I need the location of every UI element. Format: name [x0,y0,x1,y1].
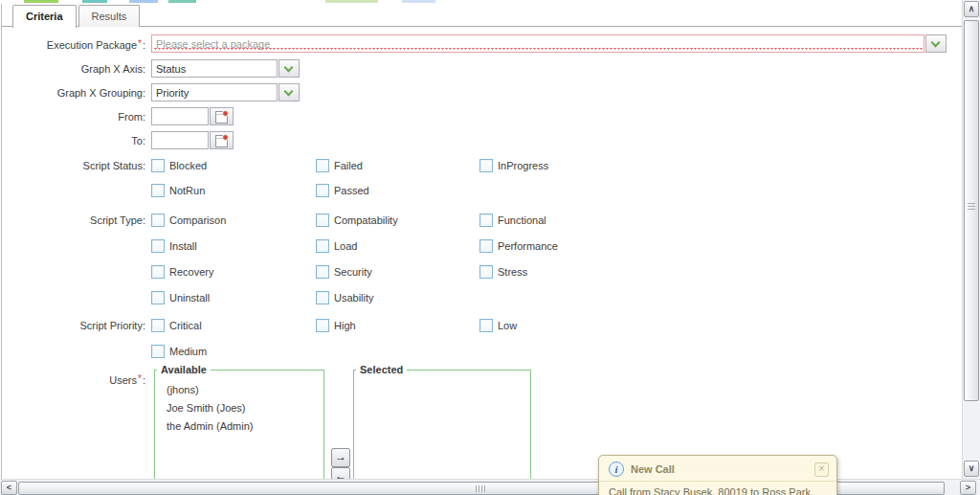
new-call-notification: i New Call × Call from Stacy Busek, 8001… [598,455,837,495]
checkbox-label: Uninstall [169,291,210,304]
checkbox-option-performance[interactable]: Performance [479,239,690,253]
scroll-left-button[interactable]: < [1,481,17,495]
checkbox[interactable] [316,159,329,172]
clipped-content-fragment [82,0,107,3]
scroll-right-button[interactable]: > [960,481,976,495]
graph-x-grouping-dropdown-button[interactable] [278,83,300,101]
notification-close-button[interactable]: × [814,462,829,477]
move-left-button[interactable]: ← [331,467,350,479]
vertical-scrollbar[interactable]: ∧ ∨ [962,0,980,479]
scroll-down-button[interactable]: ∨ [964,461,979,477]
checkbox-option-blocked[interactable]: Blocked [151,159,316,172]
checkbox-option-compatability[interactable]: Compatability [316,214,479,227]
checkbox-option-recovery[interactable]: Recovery [151,265,316,279]
checkbox-option-low[interactable]: Low [479,319,690,332]
checkbox[interactable] [151,214,165,227]
checkbox-option-usability[interactable]: Usability [316,291,479,304]
execution-package-label: Execution Package*: [2,38,145,51]
checkbox-label: Functional [498,214,546,227]
user-list-item[interactable]: (jhons) [167,381,323,399]
checkbox-label: Performance [498,239,558,253]
checkbox-option-high[interactable]: High [316,319,479,332]
notification-message-line1: Call from Stacy Busek, 80019 to Ross Par… [609,485,827,495]
date-from-input[interactable] [151,107,209,125]
user-list-item[interactable]: Joe Smith (Joes) [167,399,323,417]
checkbox-option-failed[interactable]: Failed [316,159,479,172]
arrow-right-icon: → [335,450,346,463]
checkbox-label: Recovery [169,265,213,279]
required-mark: * [138,38,142,49]
checkbox[interactable] [151,159,165,172]
checkbox[interactable] [316,184,329,197]
checkbox[interactable] [479,239,493,253]
required-mark: * [138,373,142,384]
checkbox-option-security[interactable]: Security [316,265,479,279]
clipped-content-fragment [129,0,158,3]
tab-results[interactable]: Results [78,5,141,27]
date-from-calendar-button[interactable] [210,107,234,125]
checkbox-option-medium[interactable]: Medium [151,345,316,358]
scroll-up-icon: ∧ [969,4,975,13]
checkbox[interactable] [316,265,329,279]
checkbox-option-uninstall[interactable]: Uninstall [151,291,316,304]
tab-criteria[interactable]: Criteria [12,5,77,28]
move-right-button[interactable]: → [331,448,350,467]
checkbox[interactable] [316,291,329,304]
graph-x-axis-dropdown-button[interactable] [278,59,300,78]
checkbox[interactable] [479,319,493,332]
date-to-input[interactable] [151,131,209,149]
script-status-group: Blocked Failed InProgress NotRun Passed [151,159,690,197]
scroll-up-button[interactable]: ∧ [964,1,979,17]
checkbox-option-load[interactable]: Load [316,239,479,253]
chevron-down-icon [284,87,294,97]
checkbox-label: Blocked [169,159,207,172]
checkbox-option-passed[interactable]: Passed [316,184,479,197]
notification-message[interactable]: Call from Stacy Busek, 80019 to Ross Par… [599,481,836,495]
checkbox[interactable] [151,265,165,279]
checkbox[interactable] [151,184,165,197]
available-legend: Available [157,364,211,375]
selected-legend: Selected [356,364,407,375]
checkbox[interactable] [316,239,329,253]
scrollbar-grip [476,485,486,492]
vertical-scrollbar-thumb[interactable] [964,20,979,401]
criteria-form: Execution Package*: Graph X Axis: Graph … [2,27,962,479]
checkbox[interactable] [151,239,165,253]
info-icon: i [609,461,624,477]
checkbox[interactable] [479,214,493,227]
checkbox-option-stress[interactable]: Stress [479,265,690,279]
scroll-right-icon: > [966,483,970,492]
chevron-down-icon [931,38,941,48]
checkbox[interactable] [151,291,165,304]
execution-package-dropdown-button[interactable] [925,34,947,53]
checkbox[interactable] [316,319,329,332]
script-priority-label: Script Priority: [2,320,145,331]
script-status-label: Script Status: [2,160,145,171]
checkbox-option-critical[interactable]: Critical [151,319,316,332]
graph-x-axis-input[interactable] [151,59,278,78]
user-list-item[interactable]: the Admin (Admin) [167,417,323,436]
date-to-calendar-button[interactable] [210,131,234,149]
checkbox[interactable] [479,265,493,279]
selected-users-list [354,375,530,381]
notification-title: New Call [631,463,814,475]
checkbox-option-inprogress[interactable]: InProgress [479,159,690,172]
checkbox[interactable] [151,345,165,358]
checkbox-option-notrun[interactable]: NotRun [151,184,316,197]
graph-x-grouping-input[interactable] [151,83,278,101]
available-users-fieldset: Available (jhons) Joe Smith (Joes) the A… [154,364,324,479]
checkbox-label: Critical [169,319,202,332]
checkbox-label: High [334,319,356,332]
checkbox[interactable] [151,319,165,332]
label-text: Execution Package [47,39,137,51]
checkbox-label: Comparison [169,214,226,227]
checkbox-label: Security [334,265,372,279]
date-from-picker [151,107,234,125]
checkbox-option-functional[interactable]: Functional [479,214,690,227]
checkbox[interactable] [316,214,329,227]
checkbox-option-install[interactable]: Install [151,239,316,253]
checkbox-option-comparison[interactable]: Comparison [151,214,316,227]
graph-x-axis-label: Graph X Axis: [2,63,145,75]
checkbox[interactable] [479,159,493,172]
application-window: Criteria Results Execution Package*: Gra… [0,0,980,495]
